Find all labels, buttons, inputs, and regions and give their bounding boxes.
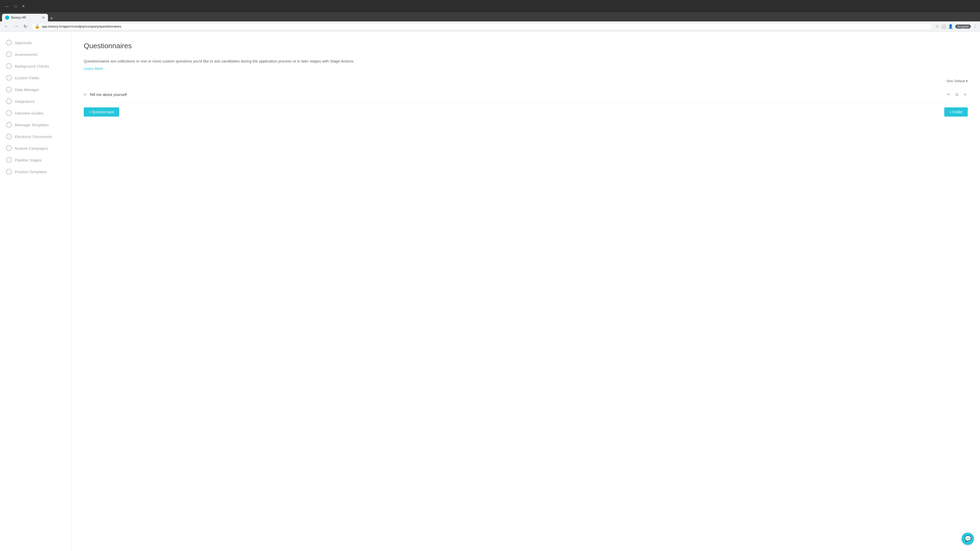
sidebar-label-electronic-documents: Electronic Documents: [15, 135, 52, 139]
sidebar-item-integrations[interactable]: ○ Integrations: [0, 95, 71, 107]
chat-bubble-button[interactable]: 💬: [962, 533, 974, 545]
data-manager-icon: ○: [6, 87, 12, 92]
questionnaire-list: ≡ Tell me about yourself ✏ ⧉ ✕: [84, 87, 968, 102]
sidebar-label-background-checks: Background Checks: [15, 64, 49, 68]
action-bar: + Questionnaire + Folder: [84, 102, 968, 122]
sidebar-item-nurture-campaigns[interactable]: ○ Nurture Campaigns: [0, 142, 71, 154]
incognito-badge: Incognito: [955, 24, 971, 29]
copy-button[interactable]: ⧉: [955, 91, 959, 98]
browser-chrome: — □ ✕: [0, 0, 980, 12]
bookmark-icon[interactable]: ☆: [935, 24, 939, 29]
sidebar-item-position-templates[interactable]: ○ Position Templates: [0, 166, 71, 178]
sidebar-item-interview-guides[interactable]: ○ Interview Guides: [0, 107, 71, 119]
page-title: Questionnaires: [84, 42, 968, 50]
tab-title: Breezy HR: [11, 16, 40, 19]
sidebar-label-message-templates: Message Templates: [15, 123, 49, 127]
profile-icon[interactable]: 👤: [948, 24, 953, 29]
integrations-icon: ○: [6, 98, 12, 104]
position-templates-icon: ○: [6, 169, 12, 175]
sort-label: Sort: Default: [947, 79, 965, 83]
chat-icon: 💬: [964, 535, 971, 542]
tab-close-button[interactable]: ✕: [42, 16, 45, 20]
active-tab[interactable]: Breezy HR ✕: [2, 14, 48, 21]
sidebar-item-background-checks[interactable]: ○ Background Checks: [0, 60, 71, 72]
new-tab-button[interactable]: +: [50, 16, 53, 21]
sidebar-item-pipeline-stages[interactable]: ○ Pipeline Stages: [0, 154, 71, 166]
tab-favicon: [5, 16, 9, 20]
sidebar-item-electronic-documents[interactable]: ○ Electronic Documents: [0, 130, 71, 142]
sidebar-label-nurture-campaigns: Nurture Campaigns: [15, 146, 48, 151]
sidebar-label-approvals: Approvals: [15, 41, 32, 45]
tab-bar: Breezy HR ✕ +: [0, 12, 980, 21]
assessments-icon: ○: [6, 52, 12, 57]
forward-button[interactable]: →: [13, 23, 19, 30]
message-templates-icon: ○: [6, 122, 12, 127]
sidebar-label-assessments: Assessments: [15, 52, 38, 57]
delete-button[interactable]: ✕: [963, 91, 968, 98]
custom-fields-icon: ○: [6, 75, 12, 81]
learn-more-link[interactable]: Learn More: [84, 66, 103, 71]
url-bar[interactable]: 🔒 app.breezy.hr/app/c/moodjoy/company/qu…: [32, 23, 932, 30]
close-window-button[interactable]: ✕: [20, 4, 27, 8]
sidebar-label-position-templates: Position Templates: [15, 170, 47, 174]
sidebar-label-custom-fields: Custom Fields: [15, 76, 39, 80]
url-text: app.breezy.hr/app/c/moodjoy/company/ques…: [42, 24, 121, 28]
sidebar-label-data-manager: Data Manager: [15, 87, 39, 92]
sidebar-item-approvals[interactable]: ○ Approvals: [0, 37, 71, 48]
sort-dropdown[interactable]: Sort: Default ▾: [947, 79, 968, 83]
app-container: ○ Approvals ○ Assessments ○ Background C…: [0, 32, 980, 551]
back-button[interactable]: ←: [3, 23, 10, 30]
menu-icon[interactable]: ⋮: [973, 24, 977, 29]
sidebar-label-pipeline-stages: Pipeline Stages: [15, 158, 41, 162]
window-controls: — □ ✕: [3, 4, 27, 8]
chevron-down-icon: ▾: [966, 79, 968, 83]
reload-button[interactable]: ↻: [22, 23, 28, 30]
questionnaire-name: Tell me about yourself: [89, 92, 946, 97]
minimize-button[interactable]: —: [3, 4, 11, 8]
main-content: Questionnaires Questionnaires are collec…: [72, 32, 980, 551]
approvals-icon: ○: [6, 40, 12, 45]
sidebar-label-interview-guides: Interview Guides: [15, 111, 43, 115]
address-actions: ☆ ⬜ 👤 Incognito ⋮: [935, 24, 977, 29]
electronic-documents-icon: ○: [6, 134, 12, 139]
sidebar-label-integrations: Integrations: [15, 99, 35, 103]
sidebar-item-message-templates[interactable]: ○ Message Templates: [0, 119, 71, 130]
sidebar-item-assessments[interactable]: ○ Assessments: [0, 48, 71, 60]
sort-bar: Sort: Default ▾: [84, 79, 968, 83]
sidebar-item-data-manager[interactable]: ○ Data Manager: [0, 84, 71, 95]
maximize-button[interactable]: □: [12, 4, 18, 8]
table-row: ≡ Tell me about yourself ✏ ⧉ ✕: [84, 87, 968, 102]
description-block: Questionnaires are collections or one or…: [84, 58, 968, 71]
add-questionnaire-button[interactable]: + Questionnaire: [84, 107, 119, 117]
sidebar: ○ Approvals ○ Assessments ○ Background C…: [0, 32, 72, 551]
sidebar-item-custom-fields[interactable]: ○ Custom Fields: [0, 72, 71, 84]
questionnaire-actions: ✏ ⧉ ✕: [946, 91, 968, 98]
edit-button[interactable]: ✏: [946, 91, 951, 98]
list-icon: ≡: [84, 92, 86, 97]
interview-guides-icon: ○: [6, 110, 12, 116]
extensions-icon[interactable]: ⬜: [941, 24, 946, 29]
description-text: Questionnaires are collections or one or…: [84, 58, 968, 64]
add-folder-button[interactable]: + Folder: [944, 107, 968, 117]
background-checks-icon: ○: [6, 63, 12, 69]
address-bar: ← → ↻ 🔒 app.breezy.hr/app/c/moodjoy/comp…: [0, 21, 980, 32]
nurture-campaigns-icon: ○: [6, 145, 12, 151]
pipeline-stages-icon: ○: [6, 157, 12, 163]
lock-icon: 🔒: [35, 24, 40, 29]
